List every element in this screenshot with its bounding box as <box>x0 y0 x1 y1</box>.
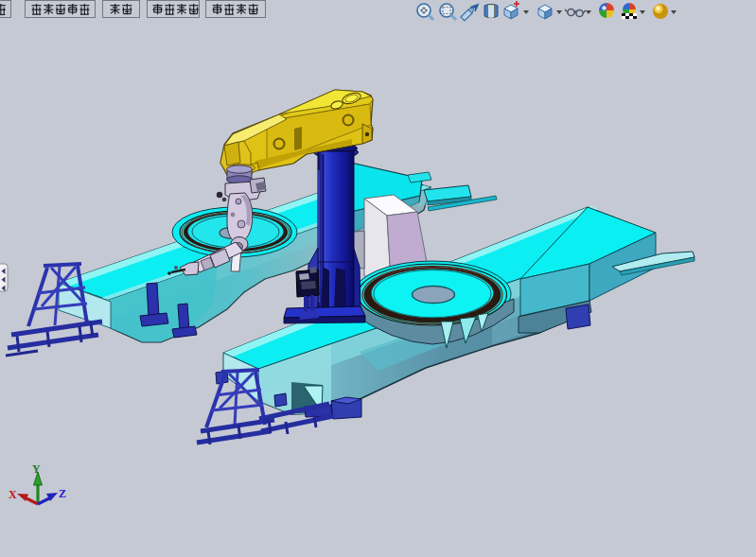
svg-text:Z: Z <box>59 487 66 500</box>
svg-text:X: X <box>9 488 17 501</box>
svg-text:Y: Y <box>32 462 41 476</box>
